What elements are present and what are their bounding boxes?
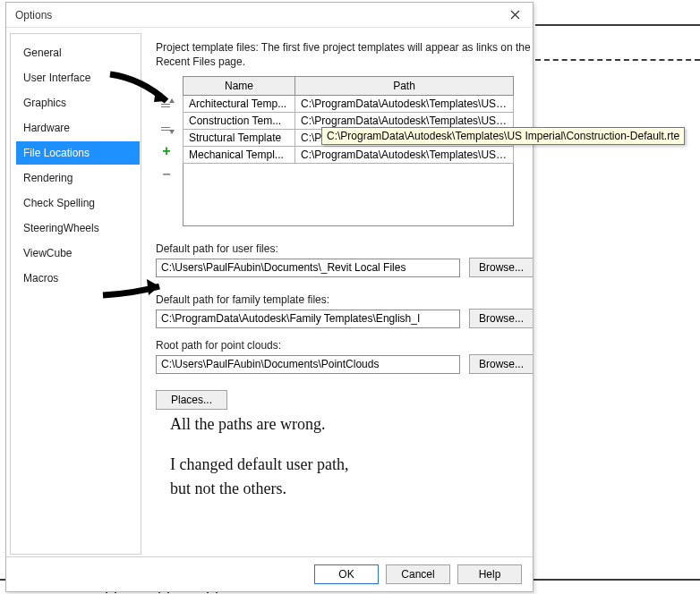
move-up-icon[interactable]: [158, 96, 175, 114]
ok-button[interactable]: OK: [314, 564, 379, 584]
dialog-title: Options: [15, 9, 502, 21]
remove-icon[interactable]: −: [158, 165, 175, 183]
sidebar-item-general[interactable]: General: [16, 41, 140, 64]
template-name-cell[interactable]: Mechanical Templ...: [184, 147, 295, 164]
annotation-text: All the paths are wrong. I changed defau…: [170, 412, 348, 501]
family-templates-label: Default path for family template files:: [156, 293, 533, 306]
help-button[interactable]: Help: [457, 564, 522, 584]
sidebar-item-steeringwheels[interactable]: SteeringWheels: [16, 216, 140, 240]
browse-family-templates-button[interactable]: Browse...: [469, 309, 533, 328]
browse-point-clouds-button[interactable]: Browse...: [469, 354, 533, 374]
browse-user-files-button[interactable]: Browse...: [469, 258, 533, 277]
table-empty-area[interactable]: [183, 164, 514, 226]
point-clouds-input[interactable]: [156, 355, 460, 374]
sidebar-item-check-spelling[interactable]: Check Spelling: [16, 191, 140, 215]
table-row[interactable]: Mechanical Templ...C:\ProgramData\Autode…: [184, 147, 514, 164]
dialog-footer: OK Cancel Help: [6, 556, 533, 591]
content-panel: Project template files: The first five p…: [143, 28, 533, 556]
template-path-cell[interactable]: C:\ProgramData\Autodesk\Templates\US I..…: [295, 147, 514, 164]
template-name-cell[interactable]: Architectural Temp...: [184, 96, 295, 113]
tooltip: C:\ProgramData\Autodesk\Templates\US Imp…: [321, 127, 685, 145]
intro-text: Project template files: The first five p…: [156, 40, 533, 69]
add-icon[interactable]: +: [158, 142, 175, 160]
sidebar-item-rendering[interactable]: Rendering: [16, 166, 140, 190]
options-dialog: Options GeneralUser InterfaceGraphicsHar…: [5, 2, 534, 592]
sidebar-item-graphics[interactable]: Graphics: [16, 91, 140, 115]
template-name-cell[interactable]: Structural Template: [184, 130, 295, 147]
titlebar: Options: [6, 3, 533, 28]
sidebar-item-file-locations[interactable]: File Locations: [16, 141, 140, 165]
user-files-input[interactable]: [156, 259, 460, 277]
close-icon[interactable]: [502, 5, 527, 25]
move-down-icon[interactable]: [158, 119, 175, 137]
user-files-label: Default path for user files:: [156, 242, 533, 255]
cancel-button[interactable]: Cancel: [386, 564, 450, 584]
places-button[interactable]: Places...: [156, 390, 227, 410]
template-name-cell[interactable]: Construction Tem...: [184, 113, 295, 130]
sidebar-item-macros[interactable]: Macros: [16, 267, 140, 290]
table-toolbar: + −: [156, 76, 177, 226]
table-row[interactable]: Architectural Temp...C:\ProgramData\Auto…: [184, 96, 514, 113]
sidebar: GeneralUser InterfaceGraphicsHardwareFil…: [10, 33, 141, 555]
col-path[interactable]: Path: [295, 77, 514, 96]
annotation-line1: All the paths are wrong.: [170, 412, 348, 437]
template-table[interactable]: Name Path Architectural Temp...C:\Progra…: [183, 76, 514, 164]
family-templates-input[interactable]: [156, 310, 460, 328]
sidebar-item-hardware[interactable]: Hardware: [16, 116, 140, 140]
annotation-line2: I changed default user path,: [170, 453, 348, 477]
template-path-cell[interactable]: C:\ProgramData\Autodesk\Templates\US I..…: [295, 96, 514, 113]
annotation-line3: but not the others.: [170, 477, 348, 501]
point-clouds-label: Root path for point clouds:: [156, 339, 533, 352]
sidebar-item-viewcube[interactable]: ViewCube: [16, 242, 140, 265]
col-name[interactable]: Name: [184, 77, 295, 96]
sidebar-item-user-interface[interactable]: User Interface: [16, 66, 140, 89]
